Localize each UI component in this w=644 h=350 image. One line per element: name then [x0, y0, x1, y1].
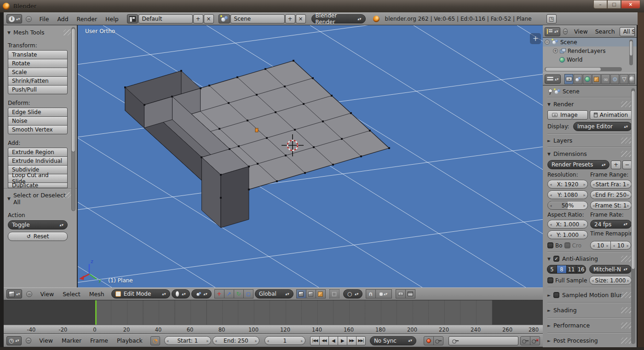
jump-to-end-button[interactable]: ▶▶|: [356, 336, 366, 345]
frame-step-field[interactable]: Frame St: 1: [590, 201, 632, 210]
resolution-y-field[interactable]: Y: 1080: [547, 190, 588, 199]
fullscreen-area-button[interactable]: ◳: [546, 14, 557, 23]
menu-render[interactable]: Render: [73, 16, 101, 23]
vertex-select-mode-button[interactable]: [296, 289, 306, 298]
collapse-menus-button[interactable]: −: [563, 29, 568, 34]
frame-end-field[interactable]: End Fr: 250: [590, 190, 632, 199]
jump-to-start-button[interactable]: |◀◀: [310, 336, 320, 345]
fps-dropdown[interactable]: 24 fps ▲▼: [590, 220, 632, 229]
tool-shelf-scrollbar-thumb[interactable]: [71, 28, 75, 152]
layers-panel-header[interactable]: ► Layers: [547, 137, 632, 144]
insert-keyframe-button[interactable]: [520, 336, 530, 345]
post-processing-panel-header[interactable]: ► Post Processing: [547, 337, 632, 344]
scale-button[interactable]: Scale: [8, 68, 68, 77]
view3d-menu-select[interactable]: Select: [59, 291, 84, 298]
remap-old-field[interactable]: 10: [590, 241, 611, 250]
rotate-button[interactable]: Rotate: [8, 59, 68, 68]
aa-samples-16[interactable]: 16: [576, 265, 586, 274]
shrink-fatten-button[interactable]: Shrink/Fatten: [8, 76, 68, 86]
aa-samples-11[interactable]: 11: [566, 265, 576, 274]
outliner-item-world[interactable]: World: [543, 55, 637, 64]
limit-selection-visible-button[interactable]: [329, 289, 339, 298]
collapse-menus-button[interactable]: −: [26, 16, 32, 22]
tab-object-data[interactable]: ▽: [620, 74, 628, 84]
mode-dropdown[interactable]: Edit Mode ▲▼: [111, 289, 170, 298]
manipulator-toggle-button[interactable]: +: [214, 289, 224, 298]
start-frame-field[interactable]: Start: 1: [164, 336, 211, 345]
delete-keyframe-button[interactable]: ×: [530, 336, 540, 345]
edge-select-mode-button[interactable]: [306, 289, 316, 298]
use-preview-range-button[interactable]: ◔: [150, 336, 160, 345]
mesh-tools-panel-header[interactable]: ▼ Mesh Tools: [7, 29, 75, 36]
menu-add[interactable]: Add: [53, 16, 72, 23]
resolution-percentage-slider[interactable]: 50%: [547, 201, 588, 210]
menu-file[interactable]: File: [35, 16, 52, 23]
tab-constraints[interactable]: ∞: [601, 74, 610, 84]
minimize-button[interactable]: –: [593, 0, 607, 9]
aspect-y-field[interactable]: Y: 1.000: [547, 230, 588, 239]
motion-blur-checkbox[interactable]: [553, 292, 559, 298]
outliner-item-renderlayers[interactable]: + RenderLayers: [543, 46, 637, 55]
remap-new-field[interactable]: 10: [610, 241, 631, 250]
auto-keyframe-record-button[interactable]: [424, 336, 434, 345]
render-engine-dropdown[interactable]: Blender Render ▲▼: [311, 14, 366, 23]
scene-icon-button[interactable]: [218, 14, 230, 23]
current-frame-field[interactable]: 1: [264, 336, 305, 345]
timeline-ruler[interactable]: -40 -20 0 20 40 60 80 100 120 140 160 18…: [4, 325, 543, 334]
translate-manipulator-button[interactable]: ↗: [224, 289, 234, 298]
aa-samples-8[interactable]: 8: [557, 265, 567, 274]
extrude-region-button[interactable]: Extrude Region: [8, 148, 68, 157]
face-select-mode-button[interactable]: [316, 289, 326, 298]
noise-button[interactable]: Noise: [8, 116, 68, 126]
end-frame-field[interactable]: End: 250: [213, 336, 259, 345]
pin-icon[interactable]: [547, 88, 552, 95]
aa-filter-dropdown[interactable]: Mitchell-Ne ▲▼: [589, 265, 632, 274]
resolution-x-field[interactable]: X: 1920: [547, 180, 588, 189]
timeline-playhead[interactable]: [95, 300, 97, 325]
reset-button[interactable]: ↺ Reset: [8, 232, 68, 241]
sync-dropdown[interactable]: No Sync ▲▼: [370, 336, 416, 345]
aa-samples-5[interactable]: 5: [547, 265, 557, 274]
smooth-vertex-button[interactable]: Smooth Vertex: [8, 125, 68, 134]
tab-object[interactable]: [592, 74, 601, 84]
editor-type-selector-properties[interactable]: ▲▼: [545, 75, 561, 84]
render-animation-button[interactable]: Animation: [590, 110, 632, 120]
pivot-center-dropdown[interactable]: ▲▼: [191, 289, 212, 298]
loop-cut-button[interactable]: Loop Cut and Slide: [8, 174, 68, 183]
timeline-track[interactable]: [4, 300, 543, 325]
transform-orientation-dropdown[interactable]: Global ▲▼: [255, 289, 293, 298]
dimensions-panel-header[interactable]: ▼ Dimensions: [547, 150, 632, 157]
add-layout-button[interactable]: +: [193, 14, 203, 23]
timeline-menu-frame[interactable]: Frame: [86, 337, 112, 344]
opengl-render-image-button[interactable]: [396, 289, 406, 298]
outliner-item-scene[interactable]: − Scene: [543, 38, 637, 46]
add-preset-button[interactable]: +: [611, 161, 621, 169]
timeline-menu-playback[interactable]: Playback: [113, 337, 146, 344]
screen-layout-icon-button[interactable]: [127, 14, 138, 23]
extrude-individual-button[interactable]: Extrude Individual: [8, 156, 68, 166]
viewport-3d[interactable]: z y User Ortho (1) Plane +: [77, 25, 543, 287]
play-button[interactable]: ▶: [338, 336, 347, 345]
outliner-menu-view[interactable]: View: [570, 28, 592, 35]
outliner-menu-search[interactable]: Search: [592, 28, 619, 35]
display-dropdown[interactable]: Image Editor ▲▼: [573, 122, 632, 131]
outliner-vscrollbar-thumb[interactable]: [629, 40, 633, 56]
expand-icon[interactable]: +: [553, 48, 558, 53]
tab-material[interactable]: [629, 74, 635, 84]
frame-start-field[interactable]: Start Fra: 1: [590, 180, 632, 189]
tab-world[interactable]: [583, 74, 592, 84]
proportional-edit-dropdown[interactable]: ○ ▲▼: [343, 289, 362, 298]
collapse-icon[interactable]: −: [545, 40, 550, 45]
tab-scene[interactable]: [574, 74, 582, 84]
add-scene-button[interactable]: +: [285, 14, 295, 23]
close-button[interactable]: ×: [621, 0, 640, 9]
sampled-motion-blur-panel-header[interactable]: ► Sampled Motion Blur: [547, 292, 632, 298]
render-image-button[interactable]: Image: [547, 110, 588, 120]
scale-manipulator-button[interactable]: ◻: [243, 289, 253, 298]
open-properties-region-tab[interactable]: +: [530, 33, 541, 44]
antialiasing-panel-header[interactable]: ▼ ✓ Anti-Aliasing: [547, 255, 632, 262]
border-checkbox[interactable]: [547, 242, 553, 248]
antialiasing-checkbox[interactable]: ✓: [553, 256, 559, 262]
edge-slide-button[interactable]: Edge Slide: [8, 108, 68, 117]
rotate-manipulator-button[interactable]: ↻: [234, 289, 244, 298]
